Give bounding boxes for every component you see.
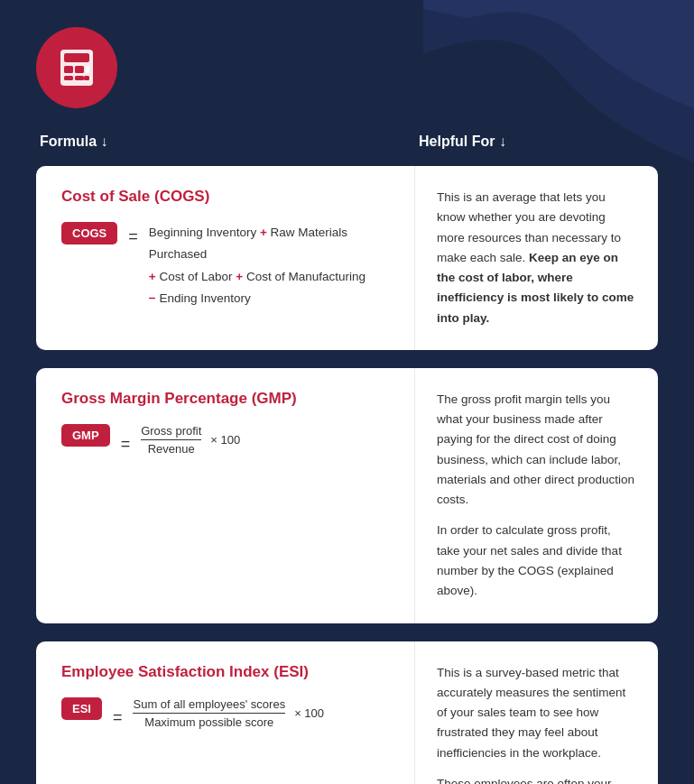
cogs-card-right: This is an average that lets you know wh… [415,166,658,350]
svg-rect-4 [86,66,89,73]
gmp-description: The gross profit margin tells you what y… [437,390,636,602]
cogs-formula-text: Beginning Inventory + Raw Materials Purc… [149,222,389,309]
esi-denominator: Maximum possible score [144,715,273,729]
cogs-card: Cost of Sale (COGS) COGS = Beginning Inv… [36,166,658,350]
esi-card-right: This is a survey-based metric that accur… [415,641,658,784]
cogs-title: Cost of Sale (COGS) [61,188,389,206]
gmp-title-abbr: GMP [256,390,291,407]
svg-rect-6 [75,76,84,80]
gmp-equals: = [121,431,131,454]
gmp-fraction: Gross profit Revenue [141,424,201,456]
esi-card: Employee Satisfaction Index (ESI) ESI = … [36,641,658,784]
esi-description: This is a survey-based metric that accur… [437,663,636,784]
cogs-formula-row: COGS = Beginning Inventory + Raw Materia… [61,222,389,309]
gmp-card-left: Gross Margin Percentage (GMP) GMP = Gros… [36,368,415,623]
esi-equals: = [113,705,123,727]
esi-title-plain: Employee Satisfaction Index ( [61,663,279,680]
esi-formula-row: ESI = Sum of all employees' scores Maxim… [61,697,389,729]
esi-numerator: Sum of all employees' scores [133,697,285,714]
gmp-times100: × 100 [210,433,240,447]
gmp-card-right: The gross profit margin tells you what y… [415,368,658,623]
cogs-description: This is an average that lets you know wh… [437,188,636,328]
logo-circle [36,27,117,108]
esi-title-end: ) [303,663,309,680]
helpful-col-header: Helpful For ↓ [419,134,654,150]
gmp-desc-2: In order to calculate gross profit, take… [437,521,636,601]
svg-rect-2 [64,66,73,73]
esi-title-abbr: ESI [279,663,303,680]
svg-rect-1 [64,53,89,62]
cogs-badge: COGS [61,222,117,244]
cogs-card-left: Cost of Sale (COGS) COGS = Beginning Inv… [36,166,415,350]
calculator-icon [53,44,100,91]
gmp-title: Gross Margin Percentage (GMP) [61,390,389,408]
svg-rect-3 [75,66,84,73]
esi-fraction-wrap: Sum of all employees' scores Maximum pos… [133,697,324,729]
page-wrapper: Formula ↓ Helpful For ↓ Cost of Sale (CO… [0,0,694,784]
esi-desc-1: This is a survey-based metric that accur… [437,663,636,763]
svg-rect-7 [84,76,89,80]
gmp-title-end: ) [291,390,297,407]
cogs-equals: = [128,224,138,246]
formula-col-header: Formula ↓ [40,134,419,150]
esi-title: Employee Satisfaction Index (ESI) [61,663,389,681]
gmp-title-plain: Gross Margin Percentage ( [61,390,256,407]
esi-times100: × 100 [294,706,324,720]
gmp-desc-1: The gross profit margin tells you what y… [437,390,636,511]
esi-desc-2: These employees are often your canaries … [437,774,636,784]
column-headers: Formula ↓ Helpful For ↓ [36,134,658,150]
esi-card-left: Employee Satisfaction Index (ESI) ESI = … [36,641,415,784]
svg-rect-5 [64,76,73,80]
cogs-title-abbr: COGS [160,188,205,205]
gmp-formula-row: GMP = Gross profit Revenue × 100 [61,424,389,456]
gmp-fraction-wrap: Gross profit Revenue × 100 [141,424,240,456]
gmp-badge: GMP [61,424,110,447]
gmp-numerator: Gross profit [141,424,201,440]
gmp-denominator: Revenue [148,442,195,456]
cogs-title-end: ) [205,188,210,205]
cogs-title-plain: Cost of Sale ( [61,188,160,205]
gmp-card: Gross Margin Percentage (GMP) GMP = Gros… [36,368,658,623]
esi-fraction: Sum of all employees' scores Maximum pos… [133,697,285,729]
esi-badge: ESI [61,697,102,720]
